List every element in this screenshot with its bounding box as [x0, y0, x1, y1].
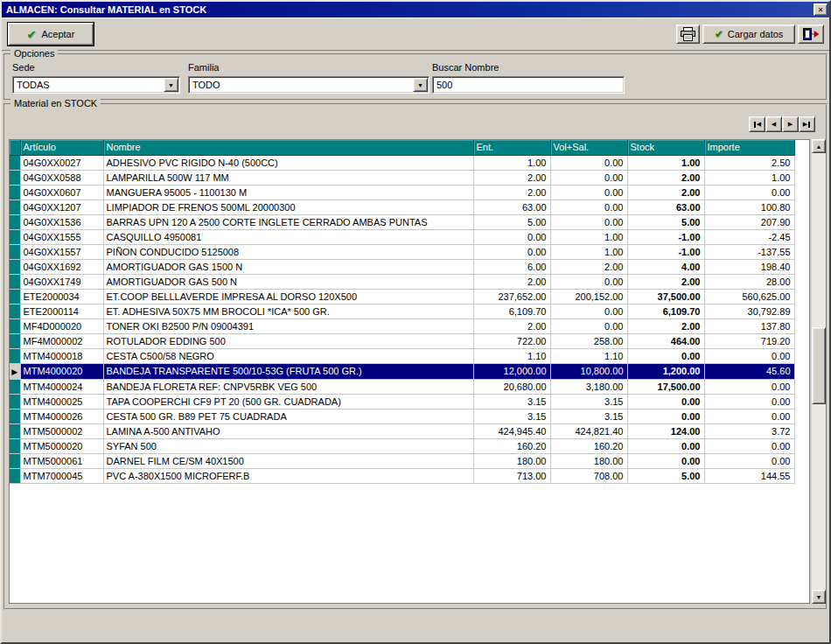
cell-stock[interactable]: 0.00: [627, 348, 704, 363]
table-row[interactable]: MTM7000045PVC A-380X1500 MICROFERF.B713.…: [10, 468, 794, 483]
cell-stock[interactable]: 37,500.00: [627, 289, 704, 304]
cell-stock[interactable]: 1,200.00: [627, 363, 704, 379]
next-record-button[interactable]: ▶: [782, 116, 799, 132]
scroll-up-button[interactable]: ▲: [812, 139, 826, 153]
column-header-importe[interactable]: Importe: [704, 140, 794, 155]
sede-combobox[interactable]: TODAS ▼: [12, 76, 180, 94]
cell-nombre[interactable]: BANDEJA FLORETA REF: CNPV5RBK VEG 500: [103, 379, 473, 394]
table-row[interactable]: MTM4000026CESTA 500 GR. B89 PET 75 CUADR…: [10, 409, 794, 424]
table-row[interactable]: ETE2000034ET.COOP BELLLAVERDE IMPRESA AL…: [10, 289, 794, 304]
cell-ent[interactable]: 6,109.70: [473, 304, 550, 318]
cell-importe[interactable]: 207.90: [704, 214, 794, 229]
cell-nombre[interactable]: MANGUERA 95005 - 1100130 M: [103, 185, 473, 200]
cell-stock[interactable]: 5.00: [627, 468, 704, 483]
cell-ent[interactable]: 2.00: [473, 185, 550, 200]
table-row[interactable]: 04G0XX1207LIMPIADOR DE FRENOS 500ML 2000…: [10, 200, 794, 214]
cell-articulo[interactable]: MTM5000061: [20, 453, 103, 468]
cell-stock[interactable]: 6,109.70: [627, 304, 704, 318]
cell-volsal[interactable]: 424,821.40: [550, 424, 627, 438]
cell-importe[interactable]: -137.55: [704, 244, 794, 259]
cell-ent[interactable]: 180.00: [473, 453, 550, 468]
last-record-button[interactable]: ▶: [799, 116, 815, 132]
cell-volsal[interactable]: 2.00: [550, 259, 627, 274]
first-record-button[interactable]: ◀: [749, 116, 765, 132]
cell-stock[interactable]: 5.00: [627, 214, 704, 229]
close-button[interactable]: ✕: [814, 4, 828, 16]
cell-ent[interactable]: 160.20: [473, 438, 550, 453]
cell-volsal[interactable]: 708.00: [550, 468, 627, 483]
table-row[interactable]: ▶MTM4000020BANDEJA TRANSPARENTE 500/10-5…: [10, 363, 794, 379]
cell-volsal[interactable]: 10,800.00: [550, 363, 627, 379]
prev-record-button[interactable]: ◀: [765, 116, 782, 132]
cell-importe[interactable]: 0.00: [704, 453, 794, 468]
cell-volsal[interactable]: 3.15: [550, 394, 627, 409]
cell-ent[interactable]: 2.00: [473, 318, 550, 333]
cell-stock[interactable]: 0.00: [627, 409, 704, 424]
cell-nombre[interactable]: BARRAS UPN 120 A 2500 CORTE INGLETE CERR…: [103, 214, 473, 229]
cell-ent[interactable]: 2.00: [473, 274, 550, 289]
cell-stock[interactable]: 2.00: [627, 318, 704, 333]
column-header-ent[interactable]: Ent.: [473, 140, 550, 155]
cell-importe[interactable]: 100.80: [704, 200, 794, 214]
cell-ent[interactable]: 3.15: [473, 409, 550, 424]
cell-articulo[interactable]: MTM4000026: [20, 409, 103, 424]
cell-ent[interactable]: 1.10: [473, 348, 550, 363]
cell-ent[interactable]: 0.00: [473, 229, 550, 244]
cell-ent[interactable]: 0.00: [473, 244, 550, 259]
cell-volsal[interactable]: 0.00: [550, 185, 627, 200]
cell-volsal[interactable]: 1.00: [550, 244, 627, 259]
cell-volsal[interactable]: 1.10: [550, 348, 627, 363]
cell-volsal[interactable]: 0.00: [550, 200, 627, 214]
table-row[interactable]: ETE2000114ET. ADHESIVA 50X75 MM BROCOLI …: [10, 304, 794, 318]
cell-importe[interactable]: 0.00: [704, 379, 794, 394]
cell-nombre[interactable]: PVC A-380X1500 MICROFERF.B: [103, 468, 473, 483]
cell-nombre[interactable]: AMORTIGUADOR GAS 1500 N: [103, 259, 473, 274]
cell-stock[interactable]: 2.00: [627, 185, 704, 200]
cell-importe[interactable]: 0.00: [704, 185, 794, 200]
cell-stock[interactable]: 4.00: [627, 259, 704, 274]
cell-stock[interactable]: 464.00: [627, 333, 704, 348]
cell-articulo[interactable]: 04G0XX1536: [20, 214, 103, 229]
cell-volsal[interactable]: 160.20: [550, 438, 627, 453]
cell-nombre[interactable]: CASQUILLO 4950081: [103, 229, 473, 244]
cell-importe[interactable]: 198.40: [704, 259, 794, 274]
cell-volsal[interactable]: 0.00: [550, 304, 627, 318]
cell-volsal[interactable]: 0.00: [550, 155, 627, 170]
cargar-datos-button[interactable]: ✔ Cargar datos: [702, 24, 795, 44]
cell-articulo[interactable]: MTM4000025: [20, 394, 103, 409]
cell-ent[interactable]: 1.00: [473, 155, 550, 170]
table-row[interactable]: 04G0XX1749AMORTIGUADOR GAS 500 N2.000.00…: [10, 274, 794, 289]
cell-articulo[interactable]: ETE2000114: [20, 304, 103, 318]
exit-button[interactable]: [798, 24, 824, 44]
cell-ent[interactable]: 424,945.40: [473, 424, 550, 438]
cell-importe[interactable]: 0.00: [704, 409, 794, 424]
table-row[interactable]: MTM4000018CESTA C500/58 NEGRO1.101.100.0…: [10, 348, 794, 363]
column-header-stock[interactable]: Stock: [627, 140, 704, 155]
cell-articulo[interactable]: MTM5000020: [20, 438, 103, 453]
cell-ent[interactable]: 63.00: [473, 200, 550, 214]
cell-nombre[interactable]: TAPA COOPERCHI CF9 PT 20 (500 GR. CUADRA…: [103, 394, 473, 409]
cell-stock[interactable]: 1.00: [627, 155, 704, 170]
cell-volsal[interactable]: 0.00: [550, 318, 627, 333]
cell-ent[interactable]: 713.00: [473, 468, 550, 483]
cell-articulo[interactable]: 04G0XX0588: [20, 170, 103, 185]
cell-articulo[interactable]: 04G0XX1557: [20, 244, 103, 259]
cell-importe[interactable]: 0.00: [704, 394, 794, 409]
cell-nombre[interactable]: ADHESIVO PVC RIGIDO N-40 (500CC): [103, 155, 473, 170]
cell-stock[interactable]: 63.00: [627, 200, 704, 214]
cell-stock[interactable]: 2.00: [627, 170, 704, 185]
cell-volsal[interactable]: 0.00: [550, 170, 627, 185]
cell-ent[interactable]: 6.00: [473, 259, 550, 274]
cell-ent[interactable]: 5.00: [473, 214, 550, 229]
cell-articulo[interactable]: 04G0XX1555: [20, 229, 103, 244]
cell-importe[interactable]: 3.72: [704, 424, 794, 438]
cell-importe[interactable]: 1.00: [704, 170, 794, 185]
aceptar-button[interactable]: ✔ Aceptar: [8, 23, 94, 46]
cell-articulo[interactable]: MTM5000002: [20, 424, 103, 438]
column-header-articulo[interactable]: Artículo: [20, 140, 103, 155]
table-row[interactable]: 04G0XX0607MANGUERA 95005 - 1100130 M2.00…: [10, 185, 794, 200]
cell-volsal[interactable]: 180.00: [550, 453, 627, 468]
cell-volsal[interactable]: 3,180.00: [550, 379, 627, 394]
vertical-scrollbar[interactable]: ▲ ▼: [812, 139, 826, 604]
cell-stock[interactable]: -1.00: [627, 244, 704, 259]
